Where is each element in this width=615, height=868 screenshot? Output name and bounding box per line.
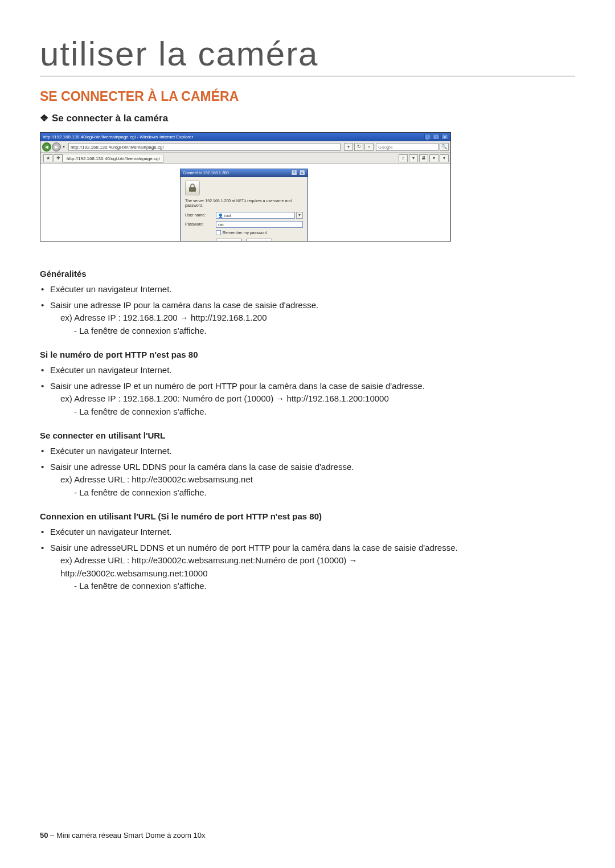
list-item: Exécuter un navigateur Internet. xyxy=(40,526,575,539)
cancel-button[interactable]: Cancel xyxy=(246,239,272,241)
subheading-url-port: Connexion en utilisant l'URL (Si le numé… xyxy=(40,511,575,521)
dialog-message: The server 192.168.1.200 at NET-i requir… xyxy=(185,199,303,208)
list-port: Exécuter un navigateur Internet. Saisir … xyxy=(40,364,575,418)
go-button[interactable]: ▾ xyxy=(344,143,353,151)
lock-icon xyxy=(185,181,200,195)
checkbox-icon[interactable] xyxy=(216,230,221,235)
forward-button[interactable]: ► xyxy=(52,142,61,152)
auth-dialog: Connect to 192.168.1.200 ? × The server … xyxy=(180,169,308,241)
example-line: ex) Adresse URL : http://e30002c.websams… xyxy=(50,473,575,486)
ie-content: Connect to 192.168.1.200 ? × The server … xyxy=(40,164,450,241)
list-general: Exécuter un navigateur Internet. Saisir … xyxy=(40,283,575,337)
result-line: - La fenêtre de connexion s'affiche. xyxy=(50,406,575,419)
dialog-close-icon[interactable]: × xyxy=(299,170,305,175)
subheading-general: Généralités xyxy=(40,269,575,279)
remember-checkbox-row[interactable]: Remember my password xyxy=(216,230,303,235)
list-url-port: Exécuter un navigateur Internet. Saisir … xyxy=(40,526,575,593)
diamond-icon: ❖ xyxy=(40,113,48,124)
favorites-icon[interactable]: ★ xyxy=(43,154,52,162)
username-label: User name: xyxy=(185,213,216,217)
add-favorite-icon[interactable]: ✚ xyxy=(54,154,63,162)
section-heading: SE CONNECTER À LA CAMÉRA xyxy=(40,89,575,104)
back-button[interactable]: ◄ xyxy=(42,142,51,152)
password-input[interactable]: •••• xyxy=(216,221,303,228)
example-line: ex) Adresse IP : 192.168.1.200: Numéro d… xyxy=(50,392,575,406)
list-item: Saisir une adresse IP et un numéro de po… xyxy=(40,380,575,419)
ie-screenshot: http://192.168.130.40/cgi-bin/livemainpa… xyxy=(40,132,451,241)
address-bar[interactable]: http://192.168.130.40/cgi-bin/livemainpa… xyxy=(68,143,341,151)
ie-tabbar: ★ ✚ http://192.168.130.40/cgi-bin/livema… xyxy=(40,153,450,164)
list-url: Exécuter un navigateur Internet. Saisir … xyxy=(40,445,575,499)
list-item: Exécuter un navigateur Internet. xyxy=(40,283,575,296)
page-main-title: utiliser la caméra xyxy=(40,34,575,76)
ie-window-title: http://192.168.130.40/cgi-bin/livemainpa… xyxy=(43,133,193,141)
ie-titlebar: http://192.168.130.40/cgi-bin/livemainpa… xyxy=(40,133,450,141)
ie-tools: ⌂ ▾ 🖶 ▾ ▾ xyxy=(397,154,449,162)
maximize-icon[interactable]: □ xyxy=(433,134,440,140)
list-item: Exécuter un navigateur Internet. xyxy=(40,364,575,377)
search-box[interactable]: Google xyxy=(376,143,438,151)
list-item: Saisir une adresse IP pour la caméra dan… xyxy=(40,299,575,338)
browser-tab[interactable]: http://192.168.130.40/cgi-bin/livemainpa… xyxy=(63,154,163,163)
page-menu-icon[interactable]: ▾ xyxy=(429,154,438,162)
remember-label: Remember my password xyxy=(223,231,267,235)
subsection-label: Se connecter à la caméra xyxy=(52,113,168,124)
dialog-titlebar: Connect to 192.168.1.200 ? × xyxy=(181,169,308,177)
stop-button[interactable]: × xyxy=(364,143,374,151)
example-line-cont: http://e30002c.websamsung.net:10000 xyxy=(50,567,575,580)
tools-menu-icon[interactable]: ▾ xyxy=(440,154,449,162)
search-button[interactable]: 🔍 xyxy=(440,143,449,151)
minimize-icon[interactable]: _ xyxy=(424,134,431,140)
username-dropdown-icon[interactable]: ▾ xyxy=(296,212,303,219)
dialog-title: Connect to 192.168.1.200 xyxy=(183,169,229,177)
home-icon[interactable]: ⌂ xyxy=(399,154,408,162)
result-line: - La fenêtre de connexion s'affiche. xyxy=(50,486,575,499)
list-item: Saisir une adresseURL DDNS et un numéro … xyxy=(40,542,575,593)
feeds-icon[interactable]: ▾ xyxy=(409,154,418,162)
ok-button[interactable]: OK xyxy=(216,239,242,241)
result-line: - La fenêtre de connexion s'affiche. xyxy=(50,580,575,593)
list-item: Saisir une adresse URL DDNS pour la camé… xyxy=(40,461,575,499)
subheading-port: Si le numéro de port HTTP n'est pas 80 xyxy=(40,350,575,359)
ie-navbar: ◄ ► ▾ http://192.168.130.40/cgi-bin/live… xyxy=(40,141,450,153)
username-input[interactable]: 👤 root xyxy=(216,212,295,219)
close-icon[interactable]: × xyxy=(441,134,448,140)
subheading-url: Se connecter en utilisant l'URL xyxy=(40,431,575,440)
result-line: - La fenêtre de connexion s'affiche. xyxy=(50,325,575,338)
list-item: Exécuter un navigateur Internet. xyxy=(40,445,575,458)
dropdown-icon[interactable]: ▾ xyxy=(63,144,65,149)
subsection-heading: ❖Se connecter à la caméra xyxy=(40,112,575,124)
help-icon[interactable]: ? xyxy=(291,170,297,175)
password-label: Password: xyxy=(185,222,216,226)
example-line: ex) Adresse IP : 192.168.1.200 → http://… xyxy=(50,312,575,325)
footer-text: – Mini caméra réseau Smart Dome à zoom 1… xyxy=(48,831,205,840)
window-controls: _ □ × xyxy=(424,133,448,141)
page-number: 50 xyxy=(40,831,48,840)
refresh-button[interactable]: ↻ xyxy=(354,143,363,151)
example-line: ex) Adresse URL : http://e30002c.websams… xyxy=(50,554,575,567)
print-icon[interactable]: 🖶 xyxy=(419,154,428,162)
page-footer: 50 – Mini caméra réseau Smart Dome à zoo… xyxy=(40,831,205,840)
